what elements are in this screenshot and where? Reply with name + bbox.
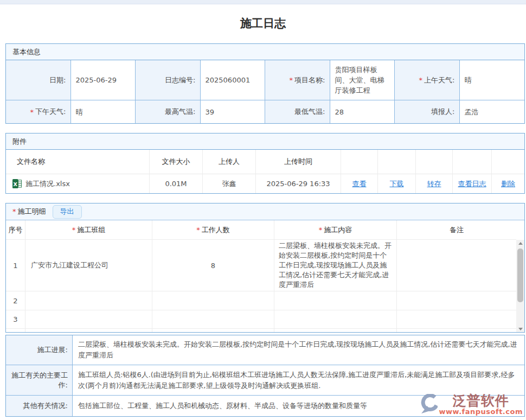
col-team: *施工班组 [25, 220, 152, 240]
required-asterisk: * [290, 76, 293, 84]
row-remark [397, 240, 516, 291]
required-asterisk: * [30, 108, 34, 116]
view-log-link[interactable]: 查看日志 [458, 179, 486, 189]
summary-label-main-work: 施工有关的主要工作: [6, 365, 73, 395]
col-file-size: 文件大小 [150, 150, 203, 174]
detail-section: *施工明细 导出 序号 *施工班组 *工作人数 *施工内容 备注 1 广安市九江… [5, 203, 525, 333]
col-remark: 备注 [397, 220, 516, 240]
row-no: 3 [6, 310, 25, 328]
field-label-morning-weather: *上午天气: [395, 60, 460, 100]
row-remark [397, 291, 516, 310]
attachment-row: X 施工情况.xlsx 0.01M 张鑫 2025-06-29 16:33 查看… [6, 174, 524, 193]
top-bar [0, 0, 526, 4]
detail-section-header: *施工明细 导出 [6, 203, 524, 220]
row-content [274, 291, 397, 310]
summary-label-other: 其他有关情况: [6, 396, 73, 416]
svg-text:X: X [14, 181, 18, 187]
row-team [25, 291, 152, 310]
scrollbar-thumb[interactable] [517, 249, 523, 302]
summary-value-other: 包括施工部位、工程量、施工人员和机械动态、原材料、半成品、设备等进场的数量和质量… [73, 396, 524, 416]
detail-row-1: 1 广安市九江建设工程公司 8 二层梁板、墙柱模板安装未完成。开始安装二层模板,… [6, 240, 516, 291]
summary-row-other: 其他有关情况: 包括施工部位、工程量、施工人员和机械动态、原材料、半成品、设备等… [6, 396, 524, 416]
row-workers [152, 310, 274, 328]
attachment-file-cell: X 施工情况.xlsx [6, 174, 150, 193]
field-label-date: 日期: [6, 60, 71, 100]
detail-row-3: 3 [6, 310, 516, 329]
summary-row-main-work: 施工有关的主要工作: 施工班组人员:铝模6人.(由进场到目前为止,铝模班组木工班… [6, 365, 524, 396]
row-remark [397, 310, 516, 328]
detail-row-2: 2 [6, 291, 516, 310]
row-content: 二层梁板、墙柱模板安装未完成。开始安装二层模板,按约定时间是十个工作日完成,现按… [274, 240, 397, 291]
detail-vertical-scrollbar[interactable] [516, 240, 524, 332]
col-action-1 [341, 150, 378, 174]
excel-file-icon: X [12, 179, 22, 188]
summary-label-progress: 施工进展: [6, 335, 73, 365]
row-no: 4 [6, 329, 25, 332]
col-action-2 [378, 150, 416, 174]
export-button[interactable]: 导出 [53, 205, 82, 219]
row-content [274, 310, 397, 328]
scrollbar-down-arrow-icon[interactable] [516, 326, 524, 332]
detail-table-header: 序号 *施工班组 *工作人数 *施工内容 备注 [6, 220, 516, 240]
field-value-max-temp: 39 [201, 100, 266, 123]
required-asterisk: * [12, 207, 16, 215]
row-content [274, 329, 397, 332]
attachment-file-size: 0.01M [150, 174, 203, 193]
col-upload-time: 上传时间 [256, 150, 341, 174]
row-workers [152, 291, 274, 310]
field-label-project-name: *项目名称: [265, 60, 330, 100]
basic-info-header: 基本信息 [6, 44, 524, 60]
attachments-section: 附件 文件名称 文件大小 上传人 上传时间 X 施工情况.xlsx 0.01M … [5, 133, 525, 194]
attachment-file-name: 施工情况.xlsx [25, 179, 70, 189]
field-label-max-temp: 最高气温: [136, 100, 201, 123]
required-asterisk: * [319, 226, 323, 234]
row-team [25, 310, 152, 328]
attachments-table-header: 文件名称 文件大小 上传人 上传时间 [6, 150, 524, 174]
page-title: 施工日志 [0, 4, 526, 43]
field-value-reporter: 孟浩 [460, 100, 525, 123]
row-workers [152, 329, 274, 332]
view-link[interactable]: 查看 [352, 179, 367, 189]
delete-link[interactable]: 删除 [501, 179, 515, 189]
summary-value-progress: 二层梁板、墙柱模板安装未完成。开始安装二层模板,按约定时间是十个工作日完成,现按… [73, 335, 524, 365]
col-content: *施工内容 [274, 220, 397, 240]
required-asterisk: * [419, 76, 423, 84]
row-workers: 8 [152, 240, 274, 291]
detail-rows: 1 广安市九江建设工程公司 8 二层梁板、墙柱模板安装未完成。开始安装二层模板,… [6, 240, 516, 332]
basic-info-grid: 日期: 2025-06-29 日志编号: 2025060001 *项目名称: 贵… [6, 60, 524, 123]
field-label-min-temp: 最低气温: [265, 100, 330, 123]
attachments-header: 附件 [6, 133, 524, 150]
attachment-upload-time: 2025-06-29 16:33 [256, 174, 341, 193]
transfer-link[interactable]: 转存 [427, 179, 441, 189]
field-value-log-no: 2025060001 [201, 60, 266, 100]
field-label-log-no: 日志编号: [136, 60, 201, 100]
row-no: 2 [6, 291, 25, 310]
download-link[interactable]: 下载 [390, 179, 404, 189]
field-value-afternoon-weather: 晴 [71, 100, 136, 123]
col-action-4 [453, 150, 492, 174]
field-label-reporter: 填报人: [395, 100, 460, 123]
row-no: 1 [6, 240, 25, 291]
required-asterisk: * [196, 226, 200, 234]
required-asterisk: * [72, 226, 76, 234]
row-team: 广安市九江建设工程公司 [25, 240, 152, 291]
col-workers: *工作人数 [152, 220, 274, 240]
summary-section: 施工进展: 二层梁板、墙柱模板安装未完成。开始安装二层模板,按约定时间是十个工作… [5, 335, 525, 417]
detail-row-4: 4 [6, 329, 516, 332]
field-value-date: 2025-06-29 [71, 60, 136, 100]
col-uploader: 上传人 [203, 150, 256, 174]
field-value-project-name: 贵阳项目样板间、大堂、电梯厅装修工程 [330, 60, 395, 100]
col-file-name: 文件名称 [6, 150, 150, 174]
basic-info-section: 基本信息 日期: 2025-06-29 日志编号: 2025060001 *项目… [5, 43, 525, 124]
scrollbar-up-arrow-icon[interactable] [516, 240, 524, 246]
row-remark [397, 329, 516, 332]
row-team [25, 329, 152, 332]
detail-section-title: *施工明细 [12, 207, 46, 217]
attachment-uploader: 张鑫 [203, 174, 256, 193]
summary-row-progress: 施工进展: 二层梁板、墙柱模板安装未完成。开始安装二层模板,按约定时间是十个工作… [6, 335, 524, 365]
summary-value-main-work: 施工班组人员:铝模6人.(由进场到目前为止,铝模班组木工班进场施工人员人数无法保… [73, 365, 524, 395]
col-no: 序号 [6, 220, 25, 240]
detail-table-body: 1 广安市九江建设工程公司 8 二层梁板、墙柱模板安装未完成。开始安装二层模板,… [6, 240, 524, 332]
field-label-afternoon-weather: *下午天气: [6, 100, 71, 123]
col-action-5 [492, 150, 524, 174]
